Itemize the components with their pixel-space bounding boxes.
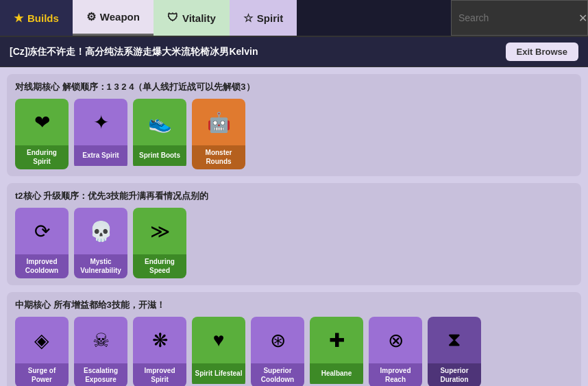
item-card-monster-rounds[interactable]: 🤖Monster Rounds <box>192 99 245 169</box>
item-icon-mystic-vulnerability: 💀 <box>74 208 127 254</box>
item-card-improved-cooldown[interactable]: ⟳Improved Cooldown <box>15 208 69 278</box>
close-icon[interactable]: ✕ <box>578 12 587 25</box>
spirit-icon: ☆ <box>243 12 253 25</box>
tab-vitality[interactable]: 🛡 Vitality <box>154 0 230 36</box>
tab-vitality-label: Vitality <box>182 12 216 24</box>
item-icon-healbane: ✚ <box>310 317 363 363</box>
item-label-superior-cooldown: Superior Cooldown <box>251 363 304 386</box>
item-card-improved-reach[interactable]: ⊗Improved Reach <box>369 317 422 386</box>
item-icon-surge-of-power: ◈ <box>15 317 69 363</box>
section-early: 对线期核心 解锁顺序：1 3 2 4（单人线打近战可以先解锁3）❤Endurin… <box>7 74 581 176</box>
item-card-extra-spirit[interactable]: ✦Extra Spirit <box>74 99 127 169</box>
search-input[interactable] <box>458 12 578 23</box>
item-icon-escalating-exposure: ☠ <box>74 317 127 363</box>
item-icon-enduring-spirit: ❤ <box>15 99 69 145</box>
tab-spirit[interactable]: ☆ Spirit <box>230 0 297 36</box>
section-early-header: 对线期核心 解锁顺序：1 3 2 4（单人线打近战可以先解锁3） <box>15 81 573 93</box>
tab-weapon[interactable]: ⚙ Weapon <box>73 0 154 36</box>
item-card-improved-spirit[interactable]: ❋Improved Spirit <box>133 317 186 386</box>
item-icon-superior-cooldown: ⊛ <box>251 317 304 363</box>
item-card-surge-of-power[interactable]: ◈Surge of Power <box>15 317 69 386</box>
item-label-extra-spirit: Extra Spirit <box>74 145 127 166</box>
item-icon-sprint-boots: 👟 <box>133 99 186 145</box>
tab-weapon-label: Weapon <box>100 11 140 23</box>
tab-spirit-label: Spirit <box>257 12 283 24</box>
item-card-escalating-exposure[interactable]: ☠Escalating Exposure <box>74 317 127 386</box>
item-icon-superior-duration: ⧗ <box>428 317 481 363</box>
section-t2: t2核心 升级顺序：优先3技能升满再看情况点别的⟳Improved Cooldo… <box>7 183 581 285</box>
section-t2-items: ⟳Improved Cooldown💀Mystic Vulnerability≫… <box>15 208 573 278</box>
item-card-spirit-lifesteal[interactable]: ♥Spirit Lifesteal <box>192 317 245 386</box>
item-card-mystic-vulnerability[interactable]: 💀Mystic Vulnerability <box>74 208 127 278</box>
title-bar: [Cz]冻住不许走！高分纯法系游走爆大米流轮椅冰男Kelvin Exit Bro… <box>0 37 588 67</box>
item-icon-improved-cooldown: ⟳ <box>15 208 69 254</box>
tab-builds-label: Builds <box>27 12 59 24</box>
section-mid-header: 中期核心 所有增益都给3技能，开滋！ <box>15 299 573 311</box>
item-label-mystic-vulnerability: Mystic Vulnerability <box>74 254 127 278</box>
item-label-monster-rounds: Monster Rounds <box>192 145 245 169</box>
item-label-enduring-speed: Enduring Speed <box>133 254 186 278</box>
item-card-superior-duration[interactable]: ⧗Superior Duration <box>428 317 481 386</box>
item-label-healbane: Healbane <box>310 363 363 384</box>
search-box: ✕ <box>451 0 588 36</box>
item-label-spirit-lifesteal: Spirit Lifesteal <box>192 363 245 384</box>
item-card-enduring-spirit[interactable]: ❤Enduring Spirit <box>15 99 69 169</box>
item-card-enduring-speed[interactable]: ≫Enduring Speed <box>133 208 186 278</box>
section-mid-items: ◈Surge of Power☠Escalating Exposure❋Impr… <box>15 317 573 386</box>
item-icon-improved-reach: ⊗ <box>369 317 422 363</box>
item-label-escalating-exposure: Escalating Exposure <box>74 363 127 386</box>
weapon-icon: ⚙ <box>86 10 96 23</box>
item-card-sprint-boots[interactable]: 👟Sprint Boots <box>133 99 186 169</box>
item-label-sprint-boots: Sprint Boots <box>133 145 186 166</box>
item-card-healbane[interactable]: ✚Healbane <box>310 317 363 386</box>
tab-builds[interactable]: ★ Builds <box>0 0 73 36</box>
section-early-items: ❤Enduring Spirit✦Extra Spirit👟Sprint Boo… <box>15 99 573 169</box>
item-label-improved-reach: Improved Reach <box>369 363 422 386</box>
vitality-icon: 🛡 <box>167 12 178 24</box>
item-label-surge-of-power: Surge of Power <box>15 363 69 386</box>
item-label-enduring-spirit: Enduring Spirit <box>15 145 69 169</box>
section-mid: 中期核心 所有增益都给3技能，开滋！◈Surge of Power☠Escala… <box>7 292 581 386</box>
item-card-superior-cooldown[interactable]: ⊛Superior Cooldown <box>251 317 304 386</box>
item-icon-spirit-lifesteal: ♥ <box>192 317 245 363</box>
item-label-improved-cooldown: Improved Cooldown <box>15 254 69 278</box>
item-icon-extra-spirit: ✦ <box>74 99 127 145</box>
item-icon-monster-rounds: 🤖 <box>192 99 245 145</box>
section-t2-header: t2核心 升级顺序：优先3技能升满再看情况点别的 <box>15 190 573 202</box>
main-content: 对线期核心 解锁顺序：1 3 2 4（单人线打近战可以先解锁3）❤Endurin… <box>0 67 588 386</box>
star-icon: ★ <box>14 12 23 25</box>
item-icon-improved-spirit: ❋ <box>133 317 186 363</box>
page-title: [Cz]冻住不许走！高分纯法系游走爆大米流轮椅冰男Kelvin <box>10 46 258 58</box>
item-label-superior-duration: Superior Duration <box>428 363 481 386</box>
item-label-improved-spirit: Improved Spirit <box>133 363 186 386</box>
exit-browse-button[interactable]: Exit Browse <box>506 43 578 61</box>
top-navigation: ★ Builds ⚙ Weapon 🛡 Vitality ☆ Spirit ✕ <box>0 0 588 37</box>
item-icon-enduring-speed: ≫ <box>133 208 186 254</box>
